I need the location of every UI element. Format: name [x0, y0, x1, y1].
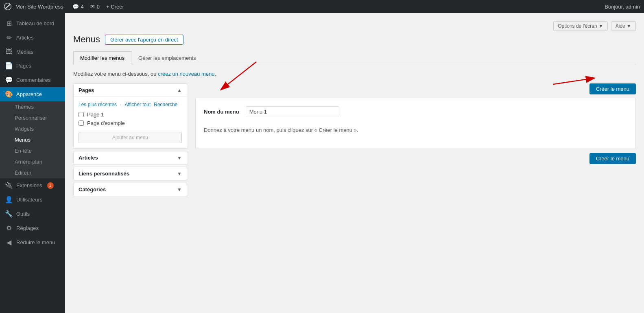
sidebar-item-utilisateurs[interactable]: 👤 Utilisateurs	[0, 193, 65, 207]
checkbox-page-exemple-input[interactable]	[79, 120, 84, 126]
tab-recherche[interactable]: Recherche	[154, 102, 177, 107]
reglages-icon: ⚙	[5, 224, 13, 232]
sidebar-label-outils: Outils	[16, 211, 30, 217]
help-button[interactable]: Aide ▼	[611, 21, 636, 31]
sidebar-label-tableau-de-bord: Tableau de bord	[16, 20, 54, 26]
add-to-menu-button[interactable]: Ajouter au menu	[79, 132, 182, 143]
tab-afficher-tout[interactable]: Afficher tout	[124, 102, 151, 107]
accordion-categories-header[interactable]: Catégories ▼	[74, 183, 187, 196]
checkbox-page1-input[interactable]	[79, 112, 84, 117]
submenu-menus[interactable]: Menus	[0, 134, 65, 145]
message-icon: ✉	[90, 4, 95, 10]
sidebar-item-pages[interactable]: 📄 Pages	[0, 59, 65, 73]
submenu-personnaliser[interactable]: Personnaliser	[0, 112, 65, 123]
accordion-articles: Articles ▼	[73, 151, 187, 164]
menu-hint: Donnez à votre menu un nom, puis cliquez…	[204, 124, 627, 140]
sidebar-label-articles: Articles	[16, 35, 34, 41]
accordion-categories-chevron: ▼	[177, 187, 182, 193]
accordion-pages-header[interactable]: Pages ▲	[74, 84, 187, 96]
submenu-arriere-plan[interactable]: Arrière-plan	[0, 156, 65, 167]
submenu-themes[interactable]: Thèmes	[0, 101, 65, 112]
comments-count: 4	[81, 4, 84, 10]
create-menu-button-bottom[interactable]: Créer le menu	[589, 153, 636, 164]
reduire-icon: ◀	[5, 239, 13, 246]
sidebar-item-medias[interactable]: 🖼 Médias	[0, 45, 65, 59]
screen-options-bar: Options de l'écran ▼ Aide ▼	[73, 21, 636, 31]
checkbox-page-exemple: Page d'exemple	[79, 120, 182, 126]
tab-les-plus-recentes[interactable]: Les plus récentes	[79, 102, 117, 107]
page-title: Menus	[73, 34, 100, 45]
menu-name-input[interactable]	[246, 106, 339, 117]
apparence-icon: 🎨	[5, 90, 13, 98]
wp-logo[interactable]	[4, 3, 11, 10]
tab-gerer-emplacements[interactable]: Gérer les emplacements	[131, 51, 203, 64]
menu-name-row: Nom du menu	[204, 106, 627, 117]
accordion-articles-title: Articles	[79, 155, 98, 161]
menus-content: Pages ▲ Les plus récentes · Afficher tou…	[73, 83, 636, 199]
submenu-en-tete[interactable]: En-tête	[0, 145, 65, 156]
pages-icon: 📄	[5, 62, 13, 70]
tab-separator: ·	[120, 102, 121, 107]
accordion-categories: Catégories ▼	[73, 183, 187, 196]
accordion-liens-chevron: ▼	[177, 171, 182, 177]
sidebar-label-apparence: Apparence	[16, 91, 42, 97]
page-header: Menus Gérer avec l'aperçu en direct	[73, 34, 636, 45]
sidebar-item-extensions[interactable]: 🔌 Extensions 1	[0, 178, 65, 193]
right-create-btn-top-area: Créer le menu	[195, 83, 636, 94]
right-create-btn-bottom-area: Créer le menu	[195, 153, 636, 164]
menu-form: Nom du menu Donnez à votre menu un nom, …	[195, 98, 636, 148]
admin-greeting: Bonjour, admin	[605, 4, 640, 10]
main-content: Options de l'écran ▼ Aide ▼ Menus Gérer …	[65, 13, 644, 313]
submenu-widgets[interactable]: Widgets	[0, 123, 65, 134]
tab-modifier-menus[interactable]: Modifier les menus	[73, 51, 131, 64]
checkbox-page-exemple-label: Page d'exemple	[87, 120, 125, 126]
accordion-pages-tabs: Les plus récentes · Afficher tout Recher…	[79, 102, 182, 107]
dashboard-icon: ⊞	[5, 20, 13, 27]
left-panel: Pages ▲ Les plus récentes · Afficher tou…	[73, 83, 187, 199]
adminbar-items: 💬 4 ✉ 0 + Créer	[70, 4, 127, 10]
admin-bar: Mon Site Wordpress 💬 4 ✉ 0 + Créer Bonjo…	[0, 0, 644, 13]
sidebar-item-commentaires[interactable]: 💬 Commentaires	[0, 73, 65, 87]
checkbox-page1-label: Page 1	[87, 112, 104, 118]
create-new-menu-link[interactable]: créez un nouveau menu	[158, 71, 214, 77]
right-panel: Créer le menu Nom du menu Donnez à votre…	[195, 83, 636, 167]
sidebar-label-medias: Médias	[16, 49, 33, 55]
sidebar-label-extensions: Extensions	[16, 182, 42, 188]
apparence-submenu: Thèmes Personnaliser Widgets Menus En-tê…	[0, 101, 65, 178]
accordion-liens-header[interactable]: Liens personnalisés ▼	[74, 167, 187, 180]
sidebar-label-utilisateurs: Utilisateurs	[16, 197, 42, 203]
accordion-articles-header[interactable]: Articles ▼	[74, 151, 187, 164]
accordion-pages: Pages ▲ Les plus récentes · Afficher tou…	[73, 83, 187, 149]
sidebar-item-reduire[interactable]: ◀ Réduire le menu	[0, 235, 65, 250]
sidebar-item-outils[interactable]: 🔧 Outils	[0, 207, 65, 221]
sidebar-item-articles[interactable]: ✏ Articles	[0, 31, 65, 45]
info-text-before: Modifiez votre menu ci-dessous, ou	[73, 71, 158, 77]
comment-icon: 💬	[72, 4, 79, 10]
sidebar-label-commentaires: Commentaires	[16, 77, 51, 83]
accordion-liens-title: Liens personnalisés	[79, 171, 129, 177]
screen-options-button[interactable]: Options de l'écran ▼	[553, 21, 608, 31]
accordion-pages-body: Les plus récentes · Afficher tout Recher…	[74, 96, 187, 148]
medias-icon: 🖼	[5, 48, 13, 55]
messages-bar-item[interactable]: ✉ 0	[88, 4, 102, 10]
comments-bar-item[interactable]: 💬 4	[70, 4, 86, 10]
sidebar-item-reglages[interactable]: ⚙ Réglages	[0, 221, 65, 235]
submenu-editeur[interactable]: Éditeur	[0, 167, 65, 178]
outils-icon: 🔧	[5, 210, 13, 218]
site-name[interactable]: Mon Site Wordpress	[15, 4, 63, 10]
page-tabs: Modifier les menus Gérer les emplacement…	[73, 51, 636, 64]
sidebar-item-apparence[interactable]: 🎨 Apparence	[0, 87, 65, 101]
admin-sidebar: ⊞ Tableau de bord ✏ Articles 🖼 Médias 📄 …	[0, 13, 65, 313]
sidebar-item-tableau-de-bord[interactable]: ⊞ Tableau de bord	[0, 16, 65, 31]
sidebar-label-reglages: Réglages	[16, 225, 39, 231]
commentaires-icon: 💬	[5, 76, 13, 84]
checkbox-page1: Page 1	[79, 112, 182, 118]
info-text: Modifiez votre menu ci-dessous, ou créez…	[73, 71, 636, 77]
new-content-button[interactable]: + Créer	[104, 4, 127, 10]
accordion-articles-chevron: ▼	[177, 155, 182, 161]
live-preview-button[interactable]: Gérer avec l'aperçu en direct	[105, 35, 183, 45]
accordion-pages-title: Pages	[79, 87, 94, 93]
create-menu-button-top[interactable]: Créer le menu	[589, 83, 636, 94]
articles-icon: ✏	[5, 34, 13, 42]
accordion-pages-chevron: ▲	[177, 88, 182, 93]
